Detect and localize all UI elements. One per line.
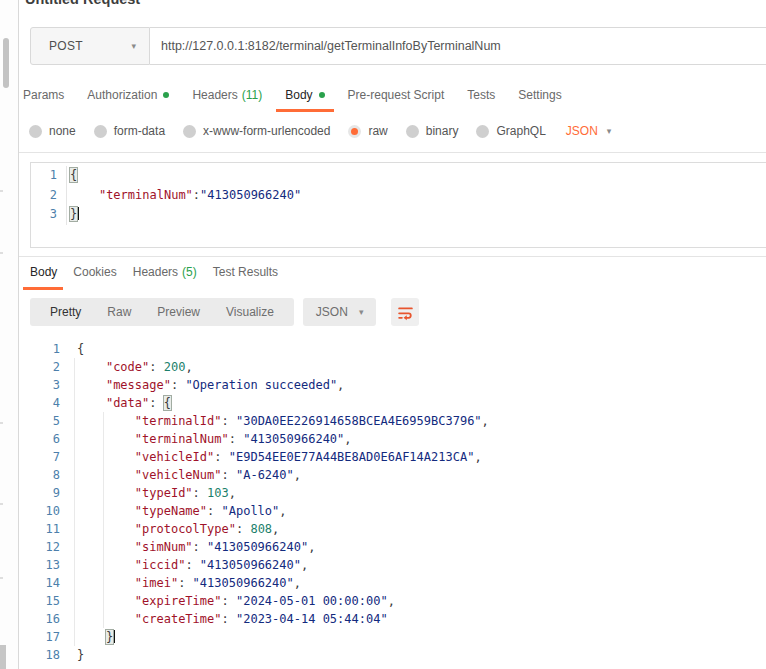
line-number: 18 (30, 646, 60, 664)
rail-tick (0, 577, 3, 579)
sidebar-scrollbar-thumb[interactable] (3, 38, 9, 88)
body-mode-row: none form-data x-www-form-urlencoded raw… (29, 119, 611, 143)
radio-icon[interactable] (94, 125, 107, 138)
line-number: 3 (31, 205, 67, 225)
radio-icon[interactable] (406, 125, 419, 138)
code-line: 15 "expireTime": "2024-05-01 00:00:00", (30, 592, 766, 610)
code-line: 12 "simNum": "413050966240", (30, 538, 766, 556)
line-number: 5 (30, 412, 60, 430)
radio-icon[interactable] (476, 125, 489, 138)
radio-selected-icon[interactable] (348, 125, 361, 138)
code-line: 2 "code": 200, (30, 358, 766, 376)
code-line: 18} (30, 646, 766, 664)
line-number: 13 (30, 556, 60, 574)
chevron-down-icon: ▾ (607, 127, 612, 136)
mode-none[interactable]: none (29, 124, 76, 138)
mode-binary[interactable]: binary (406, 124, 459, 138)
line-number: 16 (30, 610, 60, 628)
wrap-text-button[interactable] (391, 298, 419, 326)
tab-response-headers[interactable]: Headers(5) (133, 261, 197, 290)
wrap-text-icon (397, 304, 414, 321)
code-line: 1{ (31, 166, 766, 186)
tab-settings[interactable]: Settings (518, 86, 561, 112)
radio-icon[interactable] (29, 125, 42, 138)
page-title: Untitled Request (25, 0, 140, 8)
rail-tick (0, 503, 3, 505)
tab-tests[interactable]: Tests (467, 86, 495, 112)
line-number: 1 (30, 340, 60, 358)
url-input[interactable]: http://127.0.0.1:8182/terminal/getTermin… (150, 27, 766, 65)
method-label: POST (49, 39, 83, 53)
tab-test-results[interactable]: Test Results (213, 261, 278, 290)
response-language-dropdown[interactable]: JSON ▾ (303, 298, 377, 326)
line-number: 12 (30, 538, 60, 556)
text-cursor (77, 207, 79, 220)
line-number: 15 (30, 592, 60, 610)
view-visualize[interactable]: Visualize (213, 305, 287, 319)
rail-bottom-thumb[interactable] (0, 645, 6, 669)
code-line: 2 "terminalNum":"413050966240" (31, 186, 766, 206)
indent-guide (103, 412, 104, 628)
request-tabs: Params Authorization Headers(11) Body Pr… (23, 86, 562, 113)
line-number: 3 (30, 376, 60, 394)
code-line: 16 "createTime": "2023-04-14 05:44:04" (30, 610, 766, 628)
code-line: 3 "message": "Operation succeeded", (30, 376, 766, 394)
chevron-down-icon: ▾ (359, 308, 364, 317)
rail-tick (0, 422, 3, 424)
view-preview[interactable]: Preview (144, 305, 213, 319)
tab-cookies[interactable]: Cookies (73, 261, 116, 290)
postman-window: Untitled Request POST ▾ http://127.0.0.1… (0, 0, 766, 669)
code-line: 7 "vehicleId": "E9D54EE0E77A44BE8AD0E6AF… (30, 448, 766, 466)
tab-authorization[interactable]: Authorization (87, 86, 169, 112)
line-number: 7 (30, 448, 60, 466)
method-dropdown[interactable]: POST ▾ (30, 27, 150, 65)
view-raw[interactable]: Raw (94, 305, 144, 319)
response-body-viewer[interactable]: 1{2 "code": 200,3 "message": "Operation … (30, 340, 766, 669)
tab-params[interactable]: Params (23, 86, 64, 112)
response-toolbar: Pretty Raw Preview Visualize JSON ▾ (30, 298, 419, 326)
line-number: 14 (30, 574, 60, 592)
mode-x-www-form-urlencoded[interactable]: x-www-form-urlencoded (183, 124, 330, 138)
rail-tick (0, 190, 3, 192)
code-line: 4 "data": { (30, 394, 766, 412)
mode-raw[interactable]: raw (348, 124, 387, 138)
green-dot-icon (319, 92, 325, 98)
view-pretty[interactable]: Pretty (37, 305, 94, 319)
code-line: 3} (31, 205, 766, 225)
request-body-editor[interactable]: 1{2 "terminalNum":"413050966240"3} (30, 162, 766, 248)
radio-icon[interactable] (183, 125, 196, 138)
code-line: 13 "iccid": "413050966240", (30, 556, 766, 574)
line-number: 1 (31, 166, 67, 186)
line-number: 10 (30, 502, 60, 520)
code-line: 17 } (30, 628, 766, 646)
indent-guide (74, 358, 75, 646)
code-line: 6 "terminalNum": "413050966240", (30, 430, 766, 448)
headers-count: (5) (182, 265, 197, 279)
response-tabs: Body Cookies Headers(5) Test Results (30, 261, 278, 290)
chevron-down-icon: ▾ (131, 42, 136, 51)
tab-body[interactable]: Body (285, 86, 324, 112)
mode-form-data[interactable]: form-data (94, 124, 165, 138)
mode-graphql[interactable]: GraphQL (476, 124, 545, 138)
code-line: 8 "vehicleNum": "A-6240", (30, 466, 766, 484)
tab-response-body[interactable]: Body (30, 261, 57, 290)
code-line: 9 "typeId": 103, (30, 484, 766, 502)
line-number: 9 (30, 484, 60, 502)
divider (19, 152, 766, 153)
sidebar-edge (0, 0, 19, 669)
rail-tick (0, 252, 3, 254)
url-text: http://127.0.0.1:8182/terminal/getTermin… (161, 39, 501, 53)
code-line: 1{ (30, 340, 766, 358)
raw-language-dropdown[interactable]: JSON▾ (566, 124, 612, 138)
code-line: 10 "typeName": "Apollo", (30, 502, 766, 520)
request-panel: Untitled Request POST ▾ http://127.0.0.1… (19, 0, 766, 669)
tab-pre-request-script[interactable]: Pre-request Script (348, 86, 445, 112)
divider (19, 256, 766, 257)
line-number: 4 (30, 394, 60, 412)
text-cursor (113, 630, 115, 643)
tab-headers[interactable]: Headers(11) (192, 86, 262, 112)
line-number: 11 (30, 520, 60, 538)
code-line: 11 "protocolType": 808, (30, 520, 766, 538)
line-number: 2 (31, 186, 67, 206)
line-number: 2 (30, 358, 60, 376)
